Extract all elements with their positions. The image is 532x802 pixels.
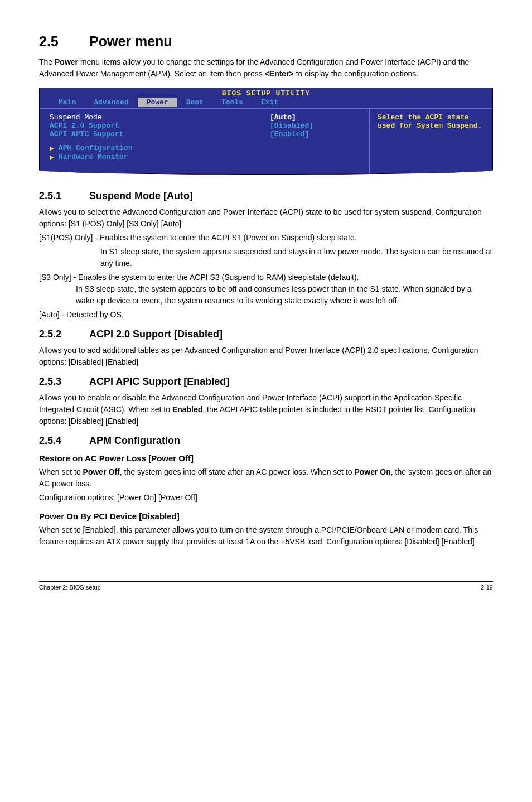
- sub-title: ACPI 2.0 Support [Disabled]: [89, 328, 223, 340]
- bios-key: Suspend Mode: [50, 113, 270, 122]
- bios-panel: BIOS SETUP UTILITY Main Advanced Power B…: [39, 88, 493, 175]
- section-number: 2.5: [39, 33, 89, 50]
- bios-tab-power[interactable]: Power: [138, 98, 177, 107]
- sub-heading-251: 2.5.1Suspend Mode [Auto]: [39, 190, 493, 202]
- sub-title: Suspend Mode [Auto]: [89, 190, 193, 201]
- bios-row-acpi20[interactable]: ACPI 2.0 Support [Disabled]: [50, 122, 359, 130]
- s251-auto: [Auto] - Detected by OS.: [39, 309, 493, 321]
- s254-p2: When set to [Enabled], this parameter al…: [39, 524, 493, 548]
- s254-h2: Power On By PCI Device [Disabled]: [39, 511, 493, 521]
- bios-help-pane: Select the ACPI state used for System Su…: [370, 109, 492, 174]
- intro-paragraph: The Power menu items allow you to change…: [39, 56, 493, 80]
- s251-s1-line1: [S1(POS) Only] - Enables the system to e…: [39, 232, 493, 244]
- s254-p1b: Configuration options: [Power On] [Power…: [39, 492, 493, 504]
- sub-num: 2.5.3: [39, 376, 89, 388]
- bios-link-label: APM Configuration: [59, 144, 133, 153]
- bios-tab-exit[interactable]: Exit: [252, 98, 287, 107]
- footer-right: 2-19: [481, 584, 493, 591]
- sub-heading-252: 2.5.2ACPI 2.0 Support [Disabled]: [39, 328, 493, 340]
- footer-left: Chapter 2: BIOS setup: [39, 584, 101, 591]
- s251-s3-cont: In S3 sleep state, the system appears to…: [39, 283, 493, 307]
- sub-heading-254: 2.5.4APM Configuration: [39, 435, 493, 447]
- sub-title: APM Configuration: [89, 435, 180, 446]
- s252-p: Allows you to add additional tables as p…: [39, 345, 493, 368]
- page-footer: Chapter 2: BIOS setup 2-19: [39, 581, 493, 591]
- sub-num: 2.5.1: [39, 190, 89, 202]
- bios-tab-boot[interactable]: Boot: [177, 98, 212, 107]
- sub-num: 2.5.2: [39, 328, 89, 340]
- bios-val: [Enabled]: [270, 130, 359, 138]
- bios-tab-tools[interactable]: Tools: [212, 98, 252, 107]
- bios-link-apm[interactable]: ▶ APM Configuration: [50, 144, 359, 153]
- s253-p: Allows you to enable or disable the Adva…: [39, 392, 493, 427]
- bios-link-label: Hardware Monitor: [59, 153, 128, 162]
- s254-h1: Restore on AC Power Loss [Power Off]: [39, 453, 493, 463]
- sub-title: ACPI APIC Support [Enabled]: [89, 376, 229, 387]
- arrow-icon: ▶: [50, 153, 59, 162]
- s251-p1: Allows you to select the Advanced Config…: [39, 206, 493, 230]
- bios-val: [Disabled]: [270, 122, 359, 130]
- bios-tabs: Main Advanced Power Boot Tools Exit: [40, 98, 492, 108]
- bios-left-pane: Suspend Mode [Auto] ACPI 2.0 Support [Di…: [40, 109, 370, 174]
- s251-s3: [S3 Only] - Enables the system to enter …: [39, 272, 493, 307]
- spacer: [50, 138, 359, 144]
- bios-help-text: Select the ACPI state used for System Su…: [378, 113, 482, 130]
- bios-header: BIOS SETUP UTILITY: [40, 88, 492, 98]
- section-heading: 2.5Power menu: [39, 33, 493, 50]
- sub-num: 2.5.4: [39, 435, 89, 447]
- s254-p1a: When set to Power Off, the system goes i…: [39, 466, 493, 490]
- arrow-icon: ▶: [50, 144, 59, 153]
- bios-row-suspend[interactable]: Suspend Mode [Auto]: [50, 113, 359, 122]
- bios-val: [Auto]: [270, 113, 359, 122]
- bios-tab-main[interactable]: Main: [50, 98, 85, 107]
- s251-s1-line2: In S1 sleep state, the system appears su…: [39, 246, 493, 269]
- section-title: Power menu: [89, 33, 172, 49]
- bios-tab-advanced[interactable]: Advanced: [85, 98, 137, 107]
- bios-title: BIOS SETUP UTILITY: [222, 89, 310, 98]
- bios-key: ACPI 2.0 Support: [50, 122, 270, 130]
- bios-row-acpi-apic[interactable]: ACPI APIC Support [Enabled]: [50, 130, 359, 138]
- sub-heading-253: 2.5.3ACPI APIC Support [Enabled]: [39, 376, 493, 388]
- bios-link-hwmon[interactable]: ▶ Hardware Monitor: [50, 153, 359, 162]
- bios-key: ACPI APIC Support: [50, 130, 270, 138]
- bios-body: Suspend Mode [Auto] ACPI 2.0 Support [Di…: [40, 108, 492, 174]
